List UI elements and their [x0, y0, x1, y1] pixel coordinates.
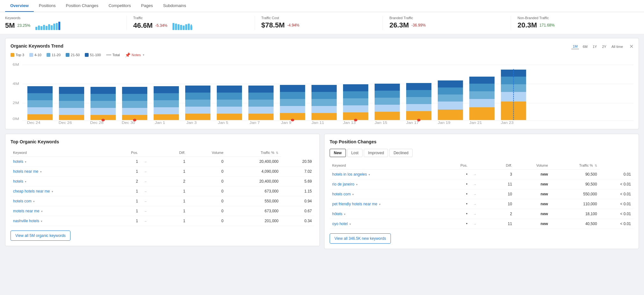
tab-overview[interactable]: Overview: [5, 0, 34, 12]
metric-keywords-change: 23.25%: [18, 23, 31, 28]
arrow-cell: →: [141, 216, 162, 226]
pc-traffic-cell: < 0.01: [600, 189, 633, 199]
pos1-cell: 1: [113, 167, 141, 177]
keyword-dropdown-icon[interactable]: ▾: [33, 200, 35, 203]
keyword-dropdown-icon[interactable]: ▾: [41, 210, 43, 213]
tab-subdomains[interactable]: Subdomains: [158, 0, 191, 12]
keyword-dropdown-icon[interactable]: ▾: [25, 160, 26, 163]
time-btn-1m[interactable]: 1M: [571, 44, 579, 49]
keyword-link[interactable]: hotels: [13, 179, 23, 184]
tab-improved[interactable]: Improved: [364, 149, 388, 157]
position-changes-title: Top Position Changes: [330, 139, 633, 144]
tab-lost[interactable]: Lost: [347, 149, 363, 157]
arrow-icon: →: [144, 180, 147, 183]
tab-pages[interactable]: Pages: [136, 0, 158, 12]
chart-card: Organic Keywords Trend Top 3 4-10 11-20 …: [5, 38, 639, 129]
volume-cell: 20,400,000: [226, 157, 281, 167]
svg-rect-19: [91, 108, 116, 115]
pc-keyword-dropdown-icon[interactable]: ▾: [352, 193, 354, 196]
svg-rect-71: [375, 84, 400, 91]
legend-total[interactable]: Total: [106, 53, 120, 57]
col-header-arrow: [141, 149, 162, 157]
pc-keyword-link[interactable]: oyo hotel: [332, 222, 348, 226]
arrow-cell: →: [141, 206, 162, 216]
svg-rect-10: [27, 100, 53, 107]
pc-volume-cell: 110,000: [551, 199, 600, 209]
pc-pos2-cell: 10: [490, 189, 515, 199]
svg-rect-84: [469, 99, 494, 107]
pc-keyword-cell: pet friendly hotels near me ▾: [330, 199, 444, 209]
volume-cell: 673,000: [226, 186, 281, 196]
metric-traffic-change: -5.34%: [155, 23, 167, 28]
keyword-link[interactable]: motels near me: [13, 209, 40, 213]
svg-rect-73: [406, 104, 431, 111]
pc-pos1-cell: •: [444, 219, 470, 229]
tab-position-changes[interactable]: Position Changes: [61, 0, 104, 12]
pc-arrow-icon: →: [473, 212, 476, 216]
keyword-link[interactable]: hotels near me: [13, 169, 38, 174]
traffic-filter-icon[interactable]: ⇅: [276, 151, 278, 155]
pc-keyword-cell: hotels in los angeles ▾: [330, 170, 444, 179]
svg-rect-17: [59, 87, 84, 94]
pc-keyword-dropdown-icon[interactable]: ▾: [379, 203, 381, 206]
metric-keywords-value: 5M 23.25%: [5, 21, 120, 30]
pc-diff-cell: new: [515, 209, 551, 219]
legend-top3[interactable]: Top 3: [11, 53, 24, 57]
table-row: hotels near me ▾ 1 → 1 0 4,090,000 7.02: [11, 167, 314, 177]
time-btn-6m[interactable]: 6M: [582, 44, 589, 49]
svg-rect-16: [59, 94, 84, 101]
diff-cell: 0: [188, 216, 226, 226]
metric-cost-value: $78.5M -4.94%: [261, 21, 377, 29]
pc-keyword-link[interactable]: hotels com: [332, 192, 351, 196]
tab-competitors[interactable]: Competitors: [103, 0, 136, 12]
pc-volume-cell: 40,500: [551, 219, 600, 229]
keyword-dropdown-icon[interactable]: ▾: [52, 190, 53, 193]
notes-button[interactable]: 📌 Notes ▾: [125, 52, 144, 57]
table-row: hotels com ▾ • → 10 new 550,000 < 0.01: [330, 189, 633, 199]
metric-traffic-cost: Traffic Cost $78.5M -4.94%: [255, 16, 383, 30]
metrics-bar: Keywords 5M 23.25% Traffic 46.6M -5.34%: [0, 12, 644, 34]
keyword-dropdown-icon[interactable]: ▾: [40, 170, 42, 173]
tab-positions[interactable]: Positions: [34, 0, 61, 12]
legend-51-100[interactable]: 51-100: [85, 53, 101, 57]
pc-keyword-dropdown-icon[interactable]: ▾: [344, 213, 346, 216]
tab-new[interactable]: New: [330, 149, 346, 157]
chart-close-button[interactable]: ✕: [629, 43, 633, 49]
legend-21-50[interactable]: 21-50: [66, 53, 80, 57]
chart-controls: 1M 6M 1Y 2Y All time ✕: [571, 43, 633, 49]
view-all-keywords-button[interactable]: View all 5M organic keywords: [11, 231, 70, 241]
pc-keyword-link[interactable]: rio de janeiro: [332, 182, 354, 186]
pc-pos2-cell: 3: [490, 170, 515, 179]
pc-keyword-link[interactable]: hôtels: [332, 212, 342, 216]
time-btn-2y[interactable]: 2Y: [601, 44, 607, 49]
keyword-dropdown-icon[interactable]: ▾: [25, 180, 26, 183]
pc-keyword-dropdown-icon[interactable]: ▾: [356, 183, 358, 186]
legend-4-10[interactable]: 4-10: [29, 53, 41, 57]
keyword-link[interactable]: hotels: [13, 159, 23, 164]
keyword-link[interactable]: hotels com: [13, 199, 32, 203]
svg-rect-21: [91, 94, 116, 101]
tab-declined[interactable]: Declined: [389, 149, 413, 157]
svg-rect-47: [248, 100, 274, 107]
keyword-dropdown-icon[interactable]: ▾: [41, 220, 42, 223]
keyword-link[interactable]: nashville hotels: [13, 219, 39, 223]
svg-text:6M: 6M: [13, 63, 19, 67]
keyword-link[interactable]: cheap hotels near me: [13, 189, 50, 193]
pc-traffic-cell: < 0.01: [600, 199, 633, 209]
pc-keyword-link[interactable]: hotels in los angeles: [332, 172, 367, 177]
view-all-position-changes-button[interactable]: View all 346.5K new keywords: [330, 233, 391, 244]
pc-volume-cell: 90,500: [551, 179, 600, 189]
time-btn-1y[interactable]: 1Y: [591, 44, 598, 49]
pc-keyword-cell: rio de janeiro ▾: [330, 179, 444, 189]
pc-traffic-filter-icon[interactable]: ⇅: [595, 164, 597, 167]
pc-keyword-link[interactable]: pet friendly hotels near me: [332, 202, 377, 206]
pos1-cell: 1: [113, 206, 141, 216]
legend-11-20[interactable]: 11-20: [47, 53, 61, 57]
arrow-icon: →: [144, 170, 147, 173]
svg-rect-65: [343, 84, 368, 91]
pc-keyword-dropdown-icon[interactable]: ▾: [349, 223, 351, 226]
col-header-keyword: Keyword: [11, 149, 113, 157]
pc-keyword-dropdown-icon[interactable]: ▾: [369, 173, 370, 176]
time-btn-alltime[interactable]: All time: [610, 44, 624, 49]
pc-volume-cell: 90,500: [551, 170, 600, 179]
